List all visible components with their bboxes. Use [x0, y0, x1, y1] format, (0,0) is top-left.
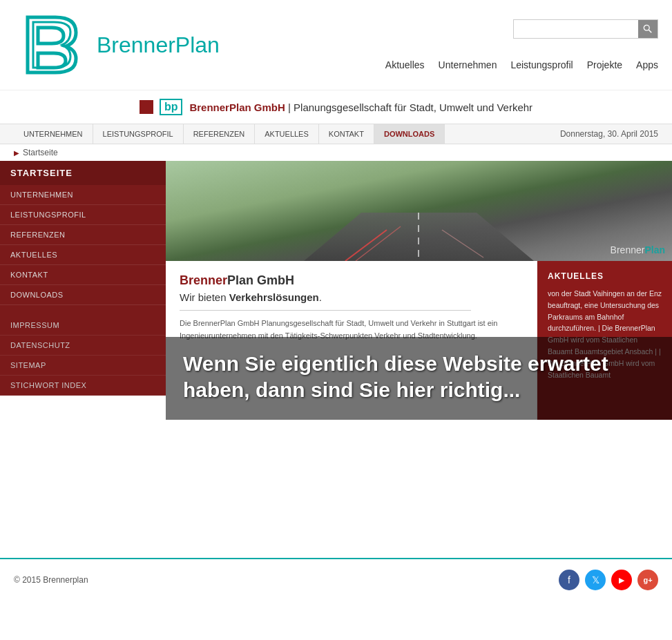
sidebar: STARTSEITE UNTERNEHMEN LEISTUNGSPROFIL R… [0, 161, 166, 420]
breadcrumb: ▶ Startseite [0, 144, 672, 161]
social-youtube-icon[interactable]: ▶ [611, 570, 632, 590]
sidebar-item-aktuelles[interactable]: AKTUELLES [0, 245, 166, 265]
nav-bar-unternehmen[interactable]: UNTERNEHMEN [14, 124, 93, 144]
sidebar-item-referenzen[interactable]: REFERENZEN [0, 225, 166, 245]
social-twitter-icon[interactable]: 𝕏 [585, 570, 606, 590]
main-composite: STARTSEITE UNTERNEHMEN LEISTUNGSPROFIL R… [0, 161, 672, 420]
nav-bar-kontakt[interactable]: KONTAKT [319, 124, 374, 144]
logo-area: BrennerPlan [14, 7, 220, 83]
search-button[interactable] [638, 20, 657, 38]
search-icon [643, 24, 653, 34]
sidebar-item-leistungsprofil[interactable]: LEISTUNGSPROFIL [0, 205, 166, 225]
hero-brand: BrennerPlan [611, 244, 665, 255]
center-card-tagline: Wir bieten Verkehrslösungen. [180, 291, 523, 303]
nav-item-aktuelles[interactable]: Aktuelles [385, 59, 425, 70]
nav-bar: UNTERNEHMEN LEISTUNGSPROFIL REFERENZEN A… [0, 124, 672, 144]
nav-bar-referenzen[interactable]: REFERENZEN [184, 124, 256, 144]
search-bar [513, 19, 658, 39]
social-googleplus-icon[interactable]: g+ [637, 570, 658, 590]
logo-icon [14, 7, 90, 83]
sidebar-menu: STARTSEITE UNTERNEHMEN LEISTUNGSPROFIL R… [0, 161, 166, 396]
social-facebook-icon[interactable]: f [559, 570, 579, 590]
nav-item-leistungsprofil[interactable]: Leistungsprofil [510, 59, 573, 70]
logo-text: BrennerPlan [97, 32, 220, 58]
sidebar-item-datenschutz[interactable]: DATENSCHUTZ [0, 336, 166, 356]
search-input[interactable] [514, 20, 638, 38]
page-wrapper: BrennerPlan Aktuelles Unternehmen Leistu… [0, 0, 672, 601]
sidebar-divider [0, 305, 166, 316]
nav-bar-leistungsprofil[interactable]: LEISTUNGSPROFIL [93, 124, 184, 144]
sub-banner-title: BrennerPlan GmbH | Planungsgesellschaft … [189, 101, 532, 113]
sidebar-item-impressum[interactable]: IMPRESSUM [0, 316, 166, 336]
center-card-divider [180, 310, 471, 311]
svg-line-2 [649, 30, 651, 32]
sidebar-item-stichwort[interactable]: STICHWORT INDEX [0, 376, 166, 396]
center-card-title: BrennerPlan GmbH [180, 273, 523, 288]
road-svg [166, 161, 672, 261]
header: BrennerPlan Aktuelles Unternehmen Leistu… [0, 0, 672, 90]
sidebar-item-kontakt[interactable]: KONTAKT [0, 265, 166, 285]
header-right: Aktuelles Unternehmen Leistungsprofil Pr… [385, 19, 658, 70]
breadcrumb-home[interactable]: Startseite [23, 148, 58, 157]
footer: © 2015 Brennerplan f 𝕏 ▶ g+ [0, 558, 672, 601]
main-nav: Aktuelles Unternehmen Leistungsprofil Pr… [385, 59, 658, 70]
sidebar-item-sitemap[interactable]: SITEMAP [0, 356, 166, 376]
sidebar-header: STARTSEITE [0, 161, 166, 185]
nav-bar-aktuelles[interactable]: AKTUELLES [255, 124, 319, 144]
breadcrumb-arrow: ▶ [14, 149, 19, 157]
red-square-icon [140, 100, 153, 114]
footer-social: f 𝕏 ▶ g+ [559, 570, 658, 590]
nav-item-apps[interactable]: Apps [636, 59, 658, 70]
hero-road-image: BrennerPlan [166, 161, 672, 261]
bp-small-logo: bp [160, 99, 183, 115]
overlay-text-area: Wenn Sie eigentlich diese Website erwart… [166, 337, 672, 420]
sidebar-item-unternehmen[interactable]: UNTERNEHMEN [0, 185, 166, 205]
aktuelles-header: AKTUELLES [548, 271, 662, 281]
footer-copyright: © 2015 Brennerplan [14, 575, 88, 585]
nav-bar-left: UNTERNEHMEN LEISTUNGSPROFIL REFERENZEN A… [14, 124, 445, 144]
sidebar-item-downloads[interactable]: DOWNLOADS [0, 285, 166, 305]
svg-point-1 [644, 25, 649, 30]
sub-banner-logo: bp [140, 99, 183, 115]
overlay-text: Wenn Sie eigentlich diese Website erwart… [183, 351, 655, 403]
nav-date: Donnerstag, 30. April 2015 [560, 129, 658, 139]
nav-item-projekte[interactable]: Projekte [587, 59, 622, 70]
nav-item-unternehmen[interactable]: Unternehmen [439, 59, 497, 70]
sub-banner: bp BrennerPlan GmbH | Planungsgesellscha… [0, 90, 672, 124]
nav-bar-downloads[interactable]: DOWNLOADS [374, 124, 445, 144]
main-content: BrennerPlan BrennerPlan GmbH Wir bieten … [166, 161, 672, 420]
